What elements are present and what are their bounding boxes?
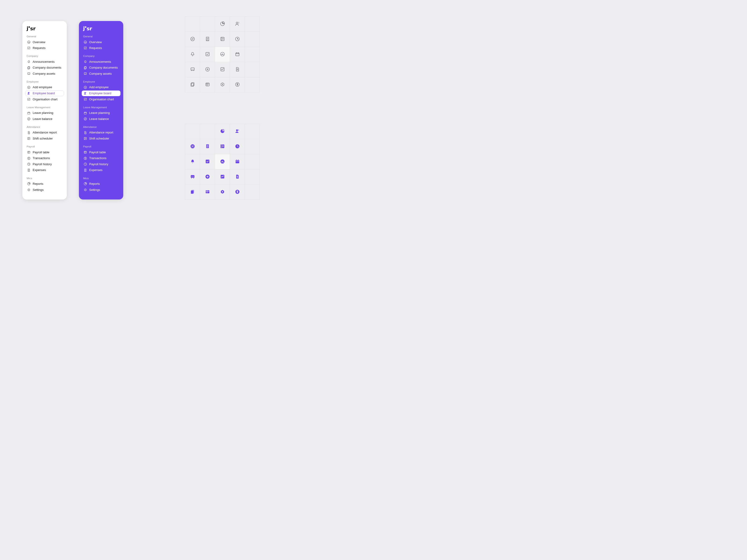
grid-cell-percent[interactable]	[185, 32, 200, 47]
add-icon	[83, 86, 87, 89]
nav-clock[interactable]: Payroll history	[25, 161, 64, 167]
nav-label: Payroll table	[89, 151, 106, 154]
nav-table[interactable]: Payroll table	[25, 149, 64, 155]
calendar-icon	[235, 159, 240, 165]
grid-cell-requests[interactable]	[200, 154, 215, 169]
nav-requests[interactable]: Requests	[82, 45, 121, 51]
requests-icon	[83, 46, 87, 50]
settings-icon	[27, 188, 31, 192]
settings-icon	[220, 189, 225, 195]
grid-cell-docs[interactable]	[185, 77, 200, 92]
grid-cell-person[interactable]	[230, 17, 245, 32]
grid-cell-settings[interactable]	[215, 185, 230, 200]
receipt-icon	[205, 36, 210, 42]
grid-cell-add[interactable]	[200, 62, 215, 77]
grid-cell-calendar[interactable]	[230, 154, 245, 169]
sidebar-sections: GeneralOverviewRequestsCompanyAnnounceme…	[25, 35, 64, 193]
grid-cell-calendar[interactable]	[230, 47, 245, 62]
nav-assets[interactable]: Company assets	[82, 71, 121, 77]
section-header: Payroll	[83, 145, 121, 148]
nav-pie[interactable]: Reports	[82, 181, 121, 187]
grid-cell-pie[interactable]	[215, 17, 230, 32]
grid-cell-dollar[interactable]	[230, 185, 245, 200]
nav-add[interactable]: Add employee	[82, 84, 121, 90]
nav-dollar[interactable]: Transactions	[25, 155, 64, 161]
nav-chart[interactable]: Organisation chart	[25, 96, 64, 102]
grid-cell-assets[interactable]	[185, 169, 200, 185]
nav-requests[interactable]: Requests	[25, 45, 64, 51]
nav-label: Organisation chart	[89, 98, 114, 101]
grid-cell-chart[interactable]	[215, 169, 230, 185]
nav-table[interactable]: Payroll table	[82, 149, 121, 155]
nav-docs[interactable]: Company documents	[82, 65, 121, 71]
grid-cell-schedule[interactable]	[215, 32, 230, 47]
grid-cell-requests[interactable]	[200, 47, 215, 62]
grid-cell-blank	[245, 139, 260, 154]
sidebar-light: Jsr GeneralOverviewRequestsCompanyAnnoun…	[22, 21, 67, 199]
grid-cell-dollar[interactable]	[230, 77, 245, 92]
nav-overview[interactable]: Overview	[25, 39, 64, 45]
grid-cell-schedule[interactable]	[215, 139, 230, 154]
grid-cell-overview[interactable]	[215, 154, 230, 169]
chart-icon	[27, 98, 31, 101]
grid-cell-receipt[interactable]	[200, 32, 215, 47]
grid-cell-receipt[interactable]	[200, 139, 215, 154]
nav-bell[interactable]: Announcements	[82, 59, 121, 64]
table-icon	[205, 189, 210, 195]
nav-calendar[interactable]: Leave planning	[25, 110, 64, 116]
grid-cell-docs[interactable]	[185, 185, 200, 200]
nav-percent[interactable]: Leave balance	[25, 116, 64, 122]
grid-cell-table[interactable]	[200, 185, 215, 200]
grid-cell-overview[interactable]	[215, 47, 230, 62]
nav-chart[interactable]: Organisation chart	[82, 96, 121, 102]
grid-cell-bell[interactable]	[185, 47, 200, 62]
nav-receipt[interactable]: Expenses	[25, 167, 64, 173]
nav-person[interactable]: Employee board	[82, 90, 121, 96]
grid-cell-percent[interactable]	[185, 139, 200, 154]
overview-icon	[220, 52, 225, 57]
section-header: Leave Management	[27, 106, 64, 109]
add-icon	[205, 67, 210, 73]
grid-cell-settings[interactable]	[215, 77, 230, 92]
grid-cell-assets[interactable]	[185, 62, 200, 77]
nav-calendar[interactable]: Leave planning	[82, 110, 121, 116]
nav-file[interactable]: Attendance report	[25, 130, 64, 136]
grid-cell-table[interactable]	[200, 77, 215, 92]
nav-receipt[interactable]: Expenses	[82, 167, 121, 173]
dollar-icon	[235, 189, 240, 195]
grid-cell-bell[interactable]	[185, 154, 200, 169]
nav-percent[interactable]: Leave balance	[82, 116, 121, 122]
nav-settings[interactable]: Settings	[25, 187, 64, 193]
clock-icon	[27, 162, 31, 166]
overview-icon	[27, 41, 31, 44]
grid-cell-file[interactable]	[230, 169, 245, 185]
nav-schedule[interactable]: Shift scheduler	[82, 136, 121, 142]
nav-assets[interactable]: Company assets	[25, 71, 64, 77]
nav-schedule[interactable]: Shift scheduler	[25, 136, 64, 142]
section-header: Employee	[83, 80, 121, 83]
grid-cell-pie[interactable]	[215, 124, 230, 139]
nav-label: Leave planning	[89, 111, 110, 115]
nav-docs[interactable]: Company documents	[25, 65, 64, 71]
grid-cell-blank	[245, 32, 260, 47]
nav-pie[interactable]: Reports	[25, 181, 64, 187]
grid-cell-blank	[245, 17, 260, 32]
pie-icon	[220, 129, 225, 134]
nav-bell[interactable]: Announcements	[25, 59, 64, 64]
nav-settings[interactable]: Settings	[82, 187, 121, 193]
grid-cell-clock[interactable]	[230, 32, 245, 47]
grid-cell-chart[interactable]	[215, 62, 230, 77]
section-header: Company	[27, 55, 64, 57]
grid-cell-file[interactable]	[230, 62, 245, 77]
nav-clock[interactable]: Payroll history	[82, 161, 121, 167]
nav-label: Overview	[89, 41, 102, 44]
grid-cell-add[interactable]	[200, 169, 215, 185]
nav-add[interactable]: Add employee	[25, 84, 64, 90]
grid-cell-person[interactable]	[230, 124, 245, 139]
grid-cell-blank	[245, 124, 260, 139]
nav-file[interactable]: Attendance report	[82, 130, 121, 136]
nav-person[interactable]: Employee board	[25, 90, 64, 96]
nav-dollar[interactable]: Transactions	[82, 155, 121, 161]
grid-cell-clock[interactable]	[230, 139, 245, 154]
nav-overview[interactable]: Overview	[82, 39, 121, 45]
